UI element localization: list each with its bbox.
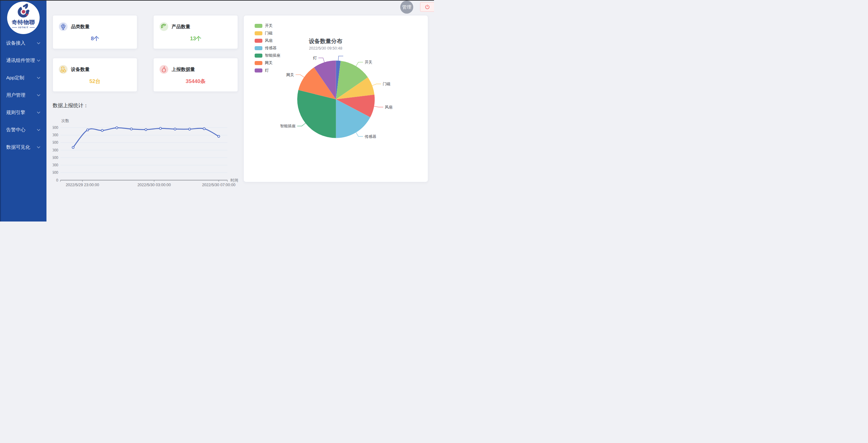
line-data-point: [145, 129, 147, 131]
sidebar: 奇特物聯 IOTKIT 设备接入通讯组件管理App定制用户管理规则引擎告警中心数…: [0, 0, 46, 222]
sidebar-item-4[interactable]: 规则引擎: [0, 104, 46, 121]
sidebar-item-label: 告警中心: [6, 127, 25, 133]
chevron-down-icon: [37, 42, 40, 44]
line-data-point: [130, 128, 132, 130]
y-axis-tick-label: 3,500: [53, 125, 58, 130]
sidebar-item-label: 通讯组件管理: [6, 57, 35, 64]
pie-label-line: [297, 123, 305, 126]
line-data-point: [116, 127, 118, 129]
pear-icon: [159, 65, 168, 74]
pie-label-line: [296, 75, 304, 77]
sidebar-item-3[interactable]: 用户管理: [0, 87, 46, 104]
logo: 奇特物聯 IOTKIT: [7, 2, 40, 34]
x-axis-tick-label: 2022/5/29 23:00:00: [66, 183, 99, 187]
grapes-icon: [59, 22, 67, 31]
power-icon: [425, 4, 430, 10]
logout-button[interactable]: [420, 2, 434, 12]
stat-value: 35440条: [154, 78, 238, 85]
line-data-point: [87, 129, 89, 131]
line-data-point: [189, 128, 191, 130]
top-border-strip: [0, 0, 434, 1]
y-axis-tick-label: 3,000: [53, 133, 58, 137]
chevron-down-icon: [37, 129, 40, 131]
pie-label-line: [356, 62, 363, 66]
line-data-point: [159, 127, 162, 129]
stat-title: 产品数量: [172, 24, 190, 30]
iotkit-rabbit-logo-icon: [16, 4, 31, 19]
stat-value: 13个: [154, 35, 238, 42]
stat-card-devices: 设备数量 52台: [53, 58, 137, 92]
pie-slice-label: 门磁: [382, 82, 390, 86]
device-distribution-pie: 开关门磁风扇传感器智能插座网关灯: [244, 15, 428, 183]
y-axis-tick-label: 2,500: [53, 140, 58, 145]
stat-card-products: 产品数量 13个: [153, 15, 238, 49]
logo-subtitle-text: IOTKIT: [18, 26, 29, 29]
y-axis-tick-label: 0: [56, 178, 58, 183]
stat-value: 52台: [53, 78, 137, 85]
line-data-point: [203, 128, 206, 130]
report-line-chart: 05001,0001,5002,0002,5003,0003,500次数2022…: [53, 114, 251, 191]
y-axis-tick-label: 1,000: [53, 163, 58, 167]
pie-label-line: [372, 84, 381, 86]
sidebar-item-label: 设备接入: [6, 40, 25, 46]
pie-slice-label: 开关: [365, 60, 372, 64]
logo-subtitle: IOTKIT: [12, 26, 35, 29]
avatar-label: 管理: [402, 4, 411, 10]
sidebar-item-1[interactable]: 通讯组件管理: [0, 52, 46, 69]
stat-card-reported-data: 上报数据量 35440条: [153, 58, 238, 92]
line-data-point: [101, 129, 103, 132]
pie-slice-label: 灯: [313, 56, 317, 60]
sidebar-item-6[interactable]: 数据可见化: [0, 138, 46, 156]
stat-title: 设备数量: [71, 67, 90, 72]
pie-slice-label: 风扇: [385, 105, 393, 109]
line-data-point: [174, 128, 176, 130]
sidebar-item-label: 数据可见化: [6, 144, 30, 151]
stat-title: 上报数据量: [172, 67, 195, 72]
stat-card-categories: 品类数量 8个: [53, 15, 137, 49]
sidebar-nav: 设备接入通讯组件管理App定制用户管理规则引擎告警中心数据可见化: [0, 34, 46, 156]
sidebar-item-0[interactable]: 设备接入: [0, 34, 46, 52]
x-axis-name: 时间: [230, 178, 238, 183]
chevron-down-icon: [37, 112, 40, 114]
sidebar-item-label: 规则引擎: [6, 109, 25, 116]
y-axis-tick-label: 1,500: [53, 156, 58, 160]
x-axis-tick-label: 2022/5/30 03:00:00: [137, 183, 171, 187]
line-data-point: [72, 147, 74, 149]
cherry-icon: [59, 65, 67, 74]
sidebar-item-5[interactable]: 告警中心: [0, 121, 46, 138]
pie-label-line: [318, 58, 324, 62]
line-data-point: [218, 135, 220, 137]
pie-slice-label: 网关: [286, 73, 294, 77]
sidebar-item-label: 用户管理: [6, 92, 25, 98]
pie-slice-label: 传感器: [365, 134, 376, 139]
y-axis-tick-label: 2,000: [53, 148, 58, 152]
logo-brand-text: 奇特物聯: [12, 20, 35, 25]
pie-slice-label: 智能插座: [280, 124, 296, 128]
chevron-down-icon: [37, 77, 40, 79]
stat-title: 品类数量: [71, 24, 90, 30]
pie-label-line: [374, 106, 383, 107]
device-distribution-card: 设备数量分布 2022/5/30 09:50:48 开关门磁风扇传感器智能插座网…: [244, 15, 428, 182]
lemon-icon: [159, 22, 168, 31]
reports-section-title: 数据上报统计：: [53, 102, 89, 109]
chevron-down-icon: [37, 94, 40, 96]
sidebar-item-label: App定制: [6, 75, 25, 81]
user-avatar[interactable]: 管理: [400, 1, 413, 13]
y-axis-tick-label: 500: [53, 170, 58, 175]
pie-label-line: [356, 133, 363, 137]
stat-value: 8个: [53, 35, 137, 42]
x-axis-tick-label: 2022/5/30 07:00:00: [202, 183, 236, 187]
chevron-down-icon: [37, 146, 40, 148]
y-axis-name: 次数: [61, 119, 69, 123]
pie-label-line: [338, 56, 343, 61]
sidebar-item-2[interactable]: App定制: [0, 69, 46, 87]
chevron-down-icon: [37, 60, 40, 62]
